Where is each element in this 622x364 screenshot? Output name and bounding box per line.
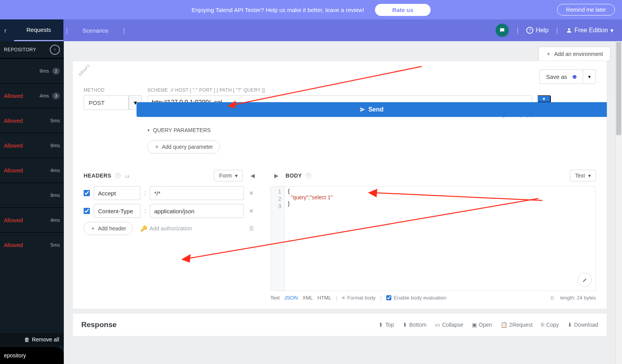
user-icon — [566, 27, 572, 33]
save-as-label: Save as — [546, 73, 567, 80]
promo-text: Enjoying Talend API Tester? Help us make… — [191, 7, 364, 13]
save-as-button[interactable]: Save as — [540, 70, 583, 84]
tab-requests[interactable]: Requests — [14, 19, 63, 41]
history-item[interactable]: Allowed 4ms — [0, 207, 64, 232]
body-format-json[interactable]: JSON — [284, 295, 298, 301]
sort-icon[interactable]: ↓₂ — [124, 173, 129, 179]
response-copy[interactable]: ⎘ Copy — [541, 322, 559, 328]
history-badge: 2 — [52, 68, 60, 75]
promo-banner: Enjoying Talend API Tester? Help us make… — [0, 0, 622, 19]
body-format-html[interactable]: HTML — [317, 295, 331, 301]
enable-eval-toggle[interactable]: Enable body evaluation — [386, 295, 446, 301]
history-item[interactable]: Allowed 4ms 3 — [0, 83, 64, 108]
edition-label: Free Edition — [575, 27, 608, 34]
response-top[interactable]: ⬆ Top — [378, 322, 394, 328]
request-card: DRAFT Save as ▾ METHOD POST ▾ SCHEME ://… — [72, 61, 607, 309]
history-status: Allowed — [4, 93, 23, 99]
method-label: METHOD — [84, 87, 142, 93]
header-name-input[interactable] — [94, 186, 140, 200]
save-as-group: Save as ▾ — [540, 70, 596, 84]
history-item[interactable]: 8ms — [0, 183, 64, 207]
history-item[interactable]: Allowed 4ms — [0, 158, 64, 183]
body-mode-label: Text — [575, 172, 585, 179]
header-name-input[interactable] — [94, 204, 140, 218]
add-header-button[interactable]: ＋ Add header — [84, 222, 133, 235]
colon: : — [144, 190, 146, 197]
history-item[interactable]: 9ms 2 — [0, 58, 64, 83]
history-status: Allowed — [4, 167, 23, 174]
header-enabled-checkbox[interactable] — [84, 208, 90, 214]
body-format-xml[interactable]: XML — [303, 295, 313, 301]
key-icon: 🔑 — [140, 225, 147, 232]
draft-ribbon: DRAFT — [73, 61, 100, 88]
header-enabled-checkbox[interactable] — [84, 190, 90, 196]
history-item[interactable]: Allowed 9ms — [0, 133, 64, 158]
response-title: Response — [81, 320, 117, 329]
help-icon[interactable]: ? — [306, 173, 311, 178]
format-body-button[interactable]: ≡Format body — [342, 295, 376, 301]
send-dropdown[interactable]: ▾ — [538, 95, 551, 103]
chevron-down-icon: ▾ — [588, 74, 591, 80]
enable-eval-checkbox[interactable] — [386, 295, 391, 300]
tab-left-edge[interactable]: r — [0, 19, 14, 41]
add-header-label: Add header — [98, 225, 126, 232]
spacer — [538, 87, 596, 93]
add-environment-button[interactable]: ＋ Add an environment — [538, 47, 610, 61]
history-status: Allowed — [4, 143, 23, 149]
response-collapse[interactable]: ▭ Collapse — [435, 322, 463, 328]
trash-icon[interactable]: 🗑 — [550, 295, 555, 301]
svg-point-0 — [568, 28, 570, 30]
header-value-input[interactable] — [150, 186, 244, 200]
chevron-down-icon: ▾ — [588, 172, 591, 179]
method-select[interactable]: POST ▾ — [84, 95, 142, 110]
body-mode-dropdown[interactable]: Text ▾ — [570, 170, 596, 181]
scrollbar[interactable] — [615, 41, 622, 364]
format-body-label: Format body — [347, 295, 376, 301]
scrollbar-thumb[interactable] — [616, 42, 621, 135]
history-duration: 5ms — [50, 242, 60, 248]
response-bottom[interactable]: ⬇ Bottom — [403, 322, 426, 328]
sidebar-bottom-tab[interactable]: epository — [0, 347, 64, 364]
headers-view-dropdown[interactable]: Form ▾ — [214, 170, 243, 181]
history-duration: 4ms — [50, 167, 60, 173]
history-duration: 9ms — [39, 68, 49, 74]
query-parameters-toggle[interactable]: ▾ QUERY PARAMETERS — [147, 124, 596, 136]
history-icon[interactable] — [50, 45, 60, 55]
remove-header-icon[interactable]: × — [248, 189, 255, 197]
body-editor[interactable]: 123 { "query":"select 1" } — [270, 186, 596, 291]
feedback-icon[interactable] — [496, 24, 509, 37]
history-badge: 3 — [52, 92, 60, 99]
response-open[interactable]: ▣ Open — [472, 322, 492, 328]
history-item[interactable]: Allowed 5ms — [0, 232, 64, 257]
remove-header-icon[interactable]: × — [248, 207, 255, 215]
history-duration: 5ms — [50, 118, 60, 124]
rate-us-button[interactable]: Rate us — [375, 4, 430, 16]
sidebar-bottom-label: epository — [4, 352, 26, 359]
body-format-text[interactable]: Text — [270, 295, 280, 301]
response-2request[interactable]: 📋 2Request — [501, 322, 533, 328]
save-as-dropdown[interactable]: ▾ — [583, 70, 596, 84]
response-download[interactable]: ⬇ Download — [568, 322, 598, 328]
tab-scenarios[interactable]: Scenarios — [70, 19, 121, 41]
remove-all-button[interactable]: 🗑 Remove all — [0, 333, 64, 346]
sidebar: REPOSITORY 9ms 2Allowed 4ms 3Allowed 5ms… — [0, 41, 64, 364]
add-env-label: Add an environment — [554, 51, 603, 57]
collapse-left-icon[interactable]: ◀ — [251, 172, 255, 179]
magic-wand-button[interactable] — [578, 273, 592, 287]
history-duration: 8ms — [50, 192, 60, 198]
add-authorization-button[interactable]: 🔑 Add authorization — [140, 225, 192, 232]
send-button[interactable]: Send — [137, 102, 607, 117]
sidebar-title: REPOSITORY — [4, 47, 36, 52]
colon: : — [144, 207, 146, 214]
add-query-parameter-button[interactable]: ＋ Add query parameter — [147, 140, 220, 153]
collapse-right-icon[interactable]: ▶ — [274, 172, 279, 179]
clear-headers-icon[interactable]: 🗑 — [249, 225, 255, 232]
edition-menu[interactable]: Free Edition ▾ — [566, 27, 613, 34]
remind-later-button[interactable]: Remind me later — [557, 4, 615, 16]
header-value-input[interactable] — [150, 204, 244, 218]
history-item[interactable]: Allowed 5ms — [0, 108, 64, 133]
history-status: Allowed — [4, 118, 23, 124]
help-icon[interactable]: ? — [115, 173, 121, 178]
help-link[interactable]: ? Help — [526, 27, 548, 34]
code-content: { "query":"select 1" } — [285, 186, 336, 291]
